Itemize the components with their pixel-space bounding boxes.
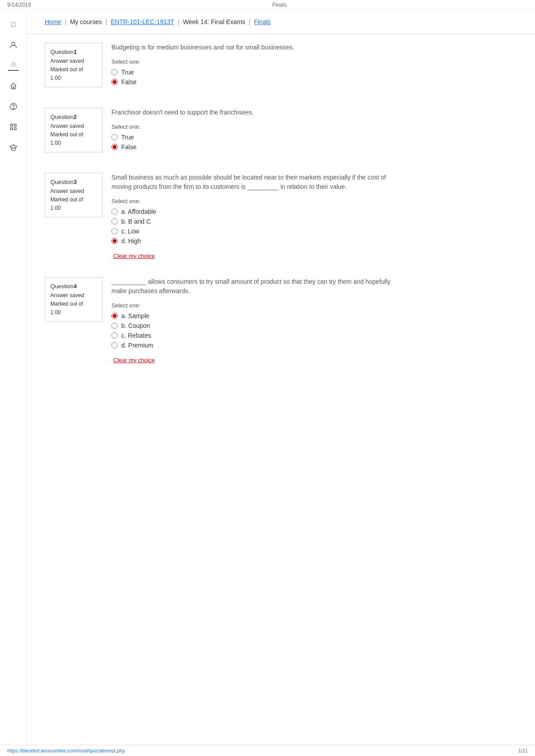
breadcrumb: Home | My courses | ENTR-101-LEC-1913T |… xyxy=(27,10,535,34)
q4-status: Answer saved xyxy=(50,291,97,300)
q3-label-d[interactable]: d. High xyxy=(121,237,141,245)
question-block-3: Question3 Answer saved Marked out of 1.0… xyxy=(45,173,392,264)
q4-radio-d[interactable] xyxy=(111,342,118,348)
q1-option-true[interactable]: True xyxy=(111,69,392,76)
q3-option-b[interactable]: b. B and C xyxy=(111,218,392,225)
q2-label-false[interactable]: False xyxy=(121,143,136,151)
question-block-4: Question4 Answer saved Marked out of 1.0… xyxy=(45,277,392,368)
star-icon[interactable]: ☆ xyxy=(8,60,19,71)
q2-number: 2 xyxy=(74,114,77,120)
folder-icon[interactable]: □ xyxy=(8,19,19,30)
q4-score: 1.00 xyxy=(50,309,61,315)
q4-number: 4 xyxy=(74,283,77,290)
q3-option-d[interactable]: d. High xyxy=(111,237,392,245)
q3-label-a[interactable]: a. Affordable xyxy=(121,208,156,215)
q3-radio-b[interactable] xyxy=(111,218,118,225)
q4-option-d[interactable]: d. Premium xyxy=(111,342,392,349)
q3-clear-choice[interactable]: Clear my choice xyxy=(113,253,155,259)
q4-radio-c[interactable] xyxy=(111,332,118,339)
breadcrumb-sep-1: | xyxy=(65,18,66,25)
q4-clear-choice[interactable]: Clear my choice xyxy=(113,357,155,364)
q2-radio-true[interactable] xyxy=(111,134,118,140)
q2-option-true[interactable]: True xyxy=(111,134,392,141)
breadcrumb-course[interactable]: ENTR-101-LEC-1913T xyxy=(111,18,174,25)
question-meta-3: Question3 Answer saved Marked out of 1.0… xyxy=(45,173,103,217)
q1-body: Budgeting is for medium businesses and n… xyxy=(111,43,392,90)
q4-label-a[interactable]: a. Sample xyxy=(121,312,149,319)
question-meta-2: Question2 Answer saved Marked out of 1.0… xyxy=(45,108,103,152)
q2-marked: Marked out of 1.00 xyxy=(50,131,97,147)
home-icon[interactable] xyxy=(8,81,19,91)
question-icon[interactable] xyxy=(8,101,19,112)
q3-label-b[interactable]: b. B and C xyxy=(121,218,151,225)
q1-number: 1 xyxy=(74,49,77,55)
q3-number: 3 xyxy=(74,179,77,185)
q3-select-label: Select one: xyxy=(111,198,392,204)
q4-body: __________ allows consumers to try small… xyxy=(111,277,392,364)
date-label: 9/14/2019 xyxy=(7,2,31,8)
q1-select-label: Select one: xyxy=(111,58,392,65)
svg-rect-4 xyxy=(14,124,16,127)
svg-rect-3 xyxy=(10,124,12,127)
graduation-icon[interactable] xyxy=(8,142,19,153)
q2-label: Question xyxy=(50,114,74,120)
q4-select-label: Select one: xyxy=(111,302,392,309)
q1-label-true[interactable]: True xyxy=(121,69,134,76)
q3-label: Question xyxy=(50,179,74,185)
grid-icon[interactable] xyxy=(8,122,19,132)
svg-rect-5 xyxy=(10,128,12,130)
q3-options: a. Affordable b. B and C c. Low d. xyxy=(111,208,392,245)
q4-radio-a[interactable] xyxy=(111,313,118,319)
breadcrumb-sep-3: | xyxy=(178,18,180,25)
breadcrumb-sep-2: | xyxy=(106,18,107,25)
q4-label-c[interactable]: c. Rebates xyxy=(121,332,151,339)
q4-option-c[interactable]: c. Rebates xyxy=(111,332,392,339)
q4-label-b[interactable]: b. Coupon xyxy=(121,322,150,329)
q1-label: Question xyxy=(50,49,74,55)
svg-point-0 xyxy=(12,42,15,45)
q4-text: __________ allows consumers to try small… xyxy=(111,277,392,296)
q3-text: Small business as much as possible shoul… xyxy=(111,173,392,192)
svg-rect-6 xyxy=(14,128,16,130)
q2-select-label: Select one: xyxy=(111,123,392,130)
q1-text: Budgeting is for medium businesses and n… xyxy=(111,43,392,52)
sidebar: □ ☆ xyxy=(0,10,27,753)
q3-option-a[interactable]: a. Affordable xyxy=(111,208,392,215)
q1-status: Answer saved xyxy=(50,57,97,65)
q3-label-c[interactable]: c. Low xyxy=(121,228,139,235)
breadcrumb-finals[interactable]: Finals xyxy=(254,18,271,25)
q4-label-d[interactable]: d. Premium xyxy=(121,342,153,349)
q1-option-false[interactable]: False xyxy=(111,78,392,86)
q2-radio-false[interactable] xyxy=(111,144,118,150)
questions-container: Question1 Answer saved Marked out of 1.0… xyxy=(27,34,410,390)
breadcrumb-week: Week 14: Final Exams xyxy=(183,18,245,25)
breadcrumb-home[interactable]: Home xyxy=(45,18,61,25)
q4-radio-b[interactable] xyxy=(111,323,118,329)
q4-label: Question xyxy=(50,283,74,290)
q2-text: Franchisor doesn't need to support the f… xyxy=(111,108,392,117)
q3-body: Small business as much as possible shoul… xyxy=(111,173,392,259)
main-content: Home | My courses | ENTR-101-LEC-1913T |… xyxy=(27,10,535,753)
q1-radio-false[interactable] xyxy=(111,79,118,85)
q3-radio-a[interactable] xyxy=(111,208,118,215)
question-block-2: Question2 Answer saved Marked out of 1.0… xyxy=(45,108,392,159)
q4-options: a. Sample b. Coupon c. Rebates d. P xyxy=(111,312,392,349)
user-icon[interactable] xyxy=(8,40,19,50)
breadcrumb-my-courses[interactable]: My courses xyxy=(70,18,102,25)
q2-option-false[interactable]: False xyxy=(111,143,392,151)
q4-marked: Marked out of 1.00 xyxy=(50,300,97,317)
q3-option-c[interactable]: c. Low xyxy=(111,228,392,235)
q1-radio-true[interactable] xyxy=(111,69,118,75)
q4-option-a[interactable]: a. Sample xyxy=(111,312,392,319)
q3-radio-d[interactable] xyxy=(111,238,118,244)
q4-option-b[interactable]: b. Coupon xyxy=(111,322,392,329)
q2-label-true[interactable]: True xyxy=(121,134,134,141)
question-block-1: Question1 Answer saved Marked out of 1.0… xyxy=(45,43,392,94)
q3-score: 1.00 xyxy=(50,205,61,211)
q3-status: Answer saved xyxy=(50,187,97,196)
q2-score: 1.00 xyxy=(50,140,61,146)
question-meta-4: Question4 Answer saved Marked out of 1.0… xyxy=(45,277,103,322)
q3-radio-c[interactable] xyxy=(111,228,118,234)
q1-label-false[interactable]: False xyxy=(121,78,136,86)
page-title-top: Finals xyxy=(272,2,287,8)
